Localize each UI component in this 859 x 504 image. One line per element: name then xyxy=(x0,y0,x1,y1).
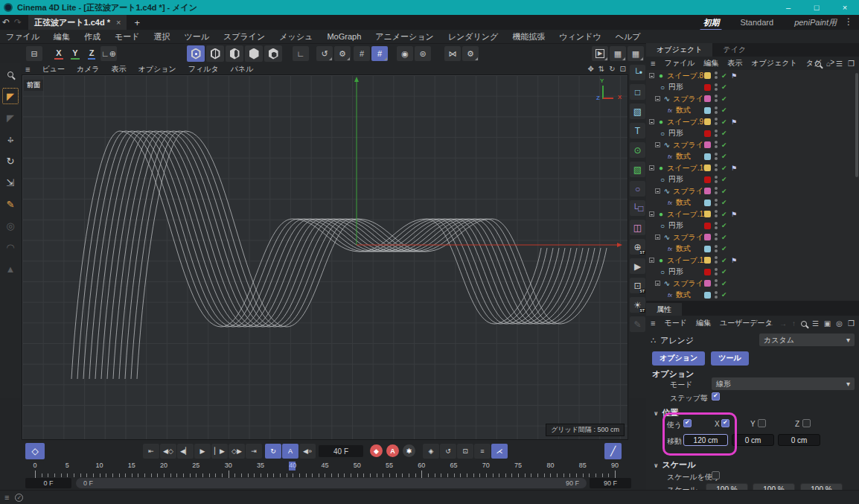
texture-mode-button[interactable] xyxy=(226,45,243,62)
menu-item-11[interactable]: 機能拡張 xyxy=(512,31,545,42)
object-name[interactable]: 円形 xyxy=(668,128,683,138)
tree-row-sweep[interactable]: ●スイープ.8✔⚑ xyxy=(646,70,859,82)
tab-options[interactable]: オプション xyxy=(652,351,705,366)
layer-color-swatch[interactable] xyxy=(704,280,711,287)
tree-row-formula[interactable]: fx数式✔ xyxy=(646,243,859,255)
fcurve-editor-button[interactable]: ╱ xyxy=(604,443,622,459)
menu-item-0[interactable]: ビュー xyxy=(42,64,64,74)
visibility-dots-icon[interactable] xyxy=(715,268,718,271)
stage-object-button[interactable]: ▶ xyxy=(630,258,645,274)
snap-enable-button[interactable]: ◉ xyxy=(397,46,413,61)
tree-scrollbar[interactable] xyxy=(855,73,858,177)
collapse-icon[interactable] xyxy=(655,96,660,101)
enable-check-icon[interactable]: ✔ xyxy=(721,141,727,149)
sky-object-button[interactable]: ⊕ST xyxy=(630,239,645,255)
tree-row-sweep[interactable]: ●スイープ.10✔⚑ xyxy=(646,162,859,174)
live-selection-tool[interactable]: ◤ xyxy=(2,88,19,104)
render-settings-button[interactable]: ▦ xyxy=(628,46,644,61)
visibility-dots-icon[interactable] xyxy=(715,256,718,259)
tab-tool[interactable]: ツール xyxy=(711,351,748,366)
axis-mode-button[interactable]: ∟ xyxy=(293,46,309,61)
object-name[interactable]: 円形 xyxy=(668,174,683,185)
visibility-dots-icon[interactable] xyxy=(715,233,718,236)
popout-icon[interactable]: ❐ xyxy=(848,319,855,328)
prev-frame-button[interactable]: ◀▏ xyxy=(177,444,194,459)
layout-menu-icon[interactable]: ⋮ xyxy=(844,16,853,27)
snap-grid-quantize-button[interactable]: # xyxy=(371,46,388,61)
menu-item-1[interactable]: カメラ xyxy=(77,64,100,74)
visibility-dots-icon[interactable] xyxy=(715,106,718,109)
visibility-dots-icon[interactable] xyxy=(715,141,718,144)
viewport-menu-icon[interactable]: ≡ xyxy=(25,65,30,74)
viewport-canvas[interactable]: 前面 Y X Z グリッド間隔 : 500 cm xyxy=(22,74,628,440)
status-menu-icon[interactable]: ≡ xyxy=(4,493,9,502)
circle-tool[interactable]: ◎ xyxy=(2,217,19,234)
menu-item-5[interactable]: パネル xyxy=(231,64,254,74)
menu-item-3[interactable]: オプション xyxy=(138,64,176,74)
enable-check-icon[interactable]: ✔ xyxy=(721,222,727,229)
tree-row-sweep[interactable]: ●スイープ.11✔⚑ xyxy=(646,208,859,220)
enable-check-icon[interactable]: ✔ xyxy=(721,83,727,91)
pla-record-button[interactable]: ⋌ xyxy=(491,444,508,459)
keyframe-nav-button[interactable]: ◈ xyxy=(423,444,439,459)
position-section-header[interactable]: ∨位置 xyxy=(654,407,679,418)
tool-options-button[interactable]: ⚙ xyxy=(462,46,479,61)
visibility-dots-icon[interactable] xyxy=(715,291,718,294)
menu-item-1[interactable]: 編集 xyxy=(54,31,70,42)
x-axis-lock-button[interactable]: X xyxy=(52,46,66,61)
minimize-button[interactable]: – xyxy=(774,0,802,15)
visibility-dots-icon[interactable] xyxy=(715,118,718,121)
uv-pencil-button[interactable]: ✎ xyxy=(630,316,645,332)
loop-button[interactable]: ↻ xyxy=(265,444,281,459)
lock-icon[interactable]: ▣ xyxy=(824,319,831,328)
search-icon[interactable] xyxy=(815,61,821,67)
menu-item-4[interactable]: フィルタ xyxy=(188,64,219,74)
menu-item-9[interactable]: アニメーション xyxy=(375,31,434,42)
layer-color-swatch[interactable] xyxy=(704,176,711,183)
enable-check-icon[interactable]: ✔ xyxy=(721,118,727,126)
layer-color-swatch[interactable] xyxy=(704,118,711,125)
enable-check-icon[interactable]: ✔ xyxy=(721,257,727,264)
parameter-record-button[interactable]: ≡ xyxy=(474,444,491,459)
menu-item-13[interactable]: ヘルプ xyxy=(616,31,641,42)
layout-tab-0[interactable]: 初期 xyxy=(703,17,719,28)
y-checkbox[interactable] xyxy=(758,419,766,427)
snap-grid-button[interactable]: # xyxy=(354,46,370,61)
menu-item-10[interactable]: レンダリング xyxy=(448,31,499,42)
back-icon[interactable]: ← xyxy=(767,319,774,328)
menu-item-2[interactable]: 作成 xyxy=(84,31,100,42)
layer-color-swatch[interactable] xyxy=(704,257,711,264)
collapse-icon[interactable] xyxy=(655,188,660,194)
visibility-dots-icon[interactable] xyxy=(715,187,718,190)
object-name[interactable]: スイープ.12 xyxy=(667,255,708,266)
per-step-checkbox[interactable] xyxy=(712,392,720,401)
current-frame-field[interactable]: 40 F xyxy=(319,445,363,457)
redo-button[interactable]: ↷ xyxy=(12,17,24,28)
menu-item-5[interactable]: ツール xyxy=(185,31,210,42)
workplane-mode-button[interactable] xyxy=(245,45,263,62)
y-axis-lock-button[interactable]: Y xyxy=(68,46,82,61)
rotate-view-icon[interactable]: ↻ xyxy=(609,65,615,73)
dolly-view-icon[interactable]: ⇅ xyxy=(598,65,604,73)
menu-item-3[interactable]: モード xyxy=(115,31,140,42)
tree-row-spline[interactable]: ∿スプライン✔ xyxy=(646,278,859,290)
object-name[interactable]: 数式 xyxy=(676,151,691,162)
enable-check-icon[interactable]: ✔ xyxy=(721,106,727,114)
object-name[interactable]: スイープ.11 xyxy=(667,209,707,220)
target-icon[interactable]: ◎ xyxy=(836,319,843,328)
menu-item-7[interactable]: メッシュ xyxy=(279,31,313,42)
tab-attributes[interactable]: 属性 xyxy=(646,303,682,316)
enable-check-icon[interactable]: ✔ xyxy=(721,153,727,160)
capsule-object-button[interactable]: ○ xyxy=(630,181,645,197)
visibility-dots-icon[interactable] xyxy=(715,279,718,282)
move-y-field[interactable]: 0 cm xyxy=(732,434,774,446)
frame-ruler[interactable]: 051015202530354045505560657075808590 xyxy=(0,460,646,472)
goto-end-button[interactable]: ⇥ xyxy=(246,444,262,459)
use-scale-checkbox[interactable] xyxy=(712,471,720,479)
enable-check-icon[interactable]: ✔ xyxy=(721,95,727,103)
play-button[interactable]: ▶ xyxy=(194,444,211,459)
pan-view-icon[interactable]: ✥ xyxy=(587,65,593,73)
filter-icon[interactable]: ☰ xyxy=(812,319,819,328)
collapse-icon[interactable] xyxy=(649,211,654,217)
generator-cube-button[interactable]: ▧ xyxy=(630,162,645,177)
